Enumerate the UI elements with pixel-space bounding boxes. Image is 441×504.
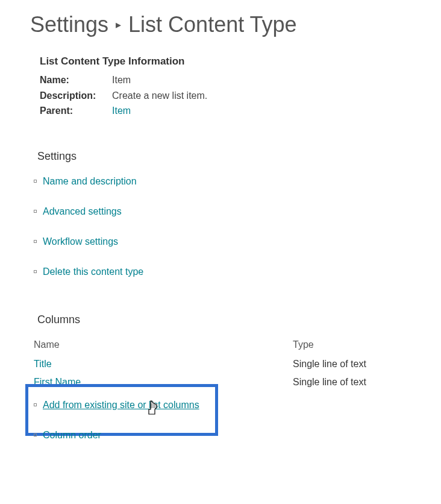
settings-link-label: Name and description <box>43 176 137 187</box>
bullet-icon <box>34 180 37 183</box>
action-column-order[interactable]: Column order <box>34 430 411 441</box>
info-row-name: Name: Item <box>40 72 411 88</box>
settings-link-delete[interactable]: Delete this content type <box>34 266 411 277</box>
settings-link-advanced[interactable]: Advanced settings <box>34 206 411 217</box>
column-name-link[interactable]: Title <box>34 359 293 370</box>
column-row: Title Single line of text <box>34 359 411 370</box>
breadcrumb: Settings ▸ List Content Type <box>30 12 411 37</box>
info-row-parent: Parent: Item <box>40 103 411 119</box>
columns-section: Columns Name Type Title Single line of t… <box>34 313 411 441</box>
columns-header-type: Type <box>293 339 411 350</box>
column-type: Single line of text <box>293 359 411 370</box>
info-value-parent-link[interactable]: Item <box>112 103 131 119</box>
settings-link-workflow[interactable]: Workflow settings <box>34 236 411 247</box>
action-link-label: Column order <box>43 430 101 441</box>
columns-heading: Columns <box>37 313 411 326</box>
info-value-description: Create a new list item. <box>112 88 207 104</box>
settings-link-label: Delete this content type <box>43 266 143 277</box>
info-label-description: Description: <box>40 88 112 104</box>
info-value-name: Item <box>112 72 131 88</box>
breadcrumb-current: List Content Type <box>128 12 297 37</box>
settings-link-label: Advanced settings <box>43 206 122 217</box>
info-label-name: Name: <box>40 72 112 88</box>
content-type-info: List Content Type Information Name: Item… <box>40 55 411 119</box>
settings-section: Settings Name and description Advanced s… <box>34 150 411 277</box>
settings-link-name-description[interactable]: Name and description <box>34 176 411 187</box>
column-type: Single line of text <box>293 377 411 388</box>
bullet-icon <box>34 240 37 243</box>
breadcrumb-root[interactable]: Settings <box>30 12 108 37</box>
columns-header-name: Name <box>34 339 293 350</box>
settings-heading: Settings <box>37 150 411 163</box>
action-link-label: Add from existing site or list columns <box>43 400 199 411</box>
info-row-description: Description: Create a new list item. <box>40 88 411 104</box>
column-actions: Add from existing site or list columns C… <box>34 400 411 441</box>
column-name-link[interactable]: First Name <box>34 377 293 388</box>
info-label-parent: Parent: <box>40 103 112 119</box>
bullet-icon <box>34 210 37 213</box>
info-heading: List Content Type Information <box>40 55 411 68</box>
bullet-icon <box>34 270 37 273</box>
bullet-icon <box>34 433 37 436</box>
settings-link-label: Workflow settings <box>43 236 118 247</box>
column-row: First Name Single line of text <box>34 377 411 388</box>
columns-header-row: Name Type <box>34 339 411 350</box>
bullet-icon <box>34 403 37 406</box>
action-add-existing[interactable]: Add from existing site or list columns <box>34 400 411 411</box>
caret-right-icon: ▸ <box>116 18 121 31</box>
